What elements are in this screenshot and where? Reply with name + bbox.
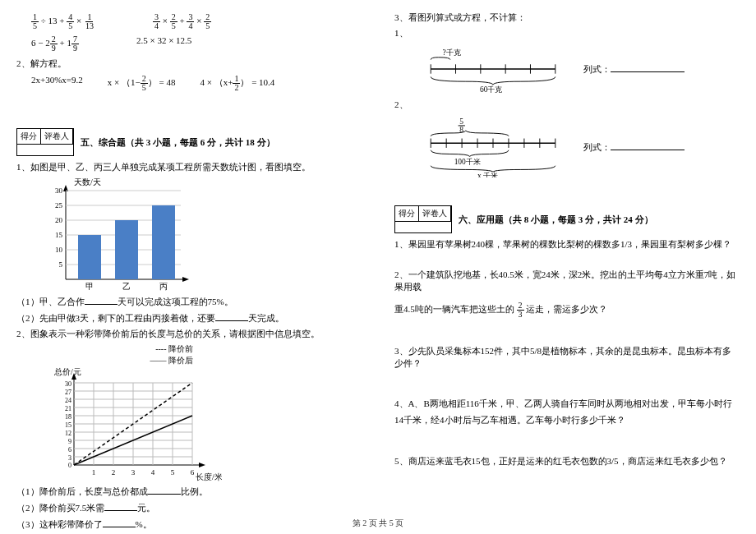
svg-text:1: 1 — [92, 468, 96, 476]
svg-rect-18 — [115, 220, 138, 279]
section-6-header: 得分 评卷人 六、应用题（共 8 小题，每题 3 分，共计 24 分） — [394, 205, 740, 233]
score-box: 得分 评卷人 — [16, 128, 74, 156]
expr-1a: 15 ÷ 13 + 45 × 113 — [31, 13, 95, 30]
svg-text:9: 9 — [68, 438, 71, 445]
q5-1-2: （2）先由甲做3天，剩下的工程由丙接着做，还要天完成。 — [16, 311, 362, 325]
chart-legend: ---- 降价前—— 降价后 — [49, 343, 193, 366]
svg-marker-27 — [199, 463, 205, 467]
blank-input[interactable] — [104, 501, 137, 511]
sub2-label: 2、 — [394, 99, 740, 111]
svg-text:丙: 丙 — [159, 282, 168, 291]
eq3: 4 × （x+12） = 10.4 — [200, 75, 274, 92]
equations-row: 2x+30%x=9.2 x × （1−25） = 48 4 × （x+12） =… — [31, 75, 362, 92]
svg-text:12: 12 — [65, 430, 71, 437]
blank-input[interactable] — [215, 311, 248, 321]
svg-text:15: 15 — [65, 421, 71, 429]
svg-text:60千克: 60千克 — [480, 85, 502, 94]
right-column: 3、看图列算式或方程，不计算： 1、 ?千克 60千克 列式： 2、 58 — [378, 0, 756, 534]
blank-input[interactable] — [148, 485, 181, 495]
svg-text:2: 2 — [112, 468, 116, 476]
arith-row-1: 15 ÷ 13 + 45 × 113 34 × 25 + 34 × 25 — [31, 13, 362, 30]
line-chart: ---- 降价前—— 降价后 总价/元 30 27 24 21 18 15 12… — [49, 343, 362, 481]
svg-text:6: 6 — [191, 468, 195, 476]
sub1-label: 1、 — [394, 27, 740, 39]
q5-2-2: （2）降价前买7.5米需元。 — [16, 501, 362, 514]
svg-text:甲: 甲 — [85, 282, 94, 291]
section-6-title: 六、应用题（共 8 小题，每题 3 分，共计 24 分） — [459, 214, 653, 226]
q5-1-1: （1）甲、乙合作天可以完成这项工程的75%。 — [16, 295, 362, 308]
blank-input[interactable] — [611, 140, 685, 150]
svg-text:30: 30 — [65, 380, 71, 388]
svg-text:长度/米: 长度/米 — [196, 472, 222, 481]
section-5-header: 得分 评卷人 五、综合题（共 3 小题，每题 6 分，共计 18 分） — [16, 128, 362, 156]
svg-text:10: 10 — [55, 246, 63, 254]
svg-text:乙: 乙 — [122, 282, 131, 291]
score-box: 得分 评卷人 — [394, 205, 452, 233]
q6-2b: 重4.5吨的一辆汽车把这些土的 23 运走，需运多少次？ — [394, 302, 740, 319]
diagram-1: ?千克 60千克 列式： — [419, 44, 740, 94]
svg-text:5: 5 — [171, 468, 175, 476]
svg-text:100千米: 100千米 — [454, 158, 481, 166]
expr-2b: 2.5 × 32 × 12.5 — [136, 35, 191, 53]
q5-2-text: 2、图象表示一种彩带降价前后的长度与总价的关系，请根据图中信息填空。 — [16, 328, 362, 340]
svg-text:x 千米: x 千米 — [477, 172, 498, 177]
q6-1: 1、果园里有苹果树240棵，苹果树的棵数比梨树的棵数多1/3，果园里有梨树多少棵… — [394, 238, 740, 251]
q6-4: 4、A、B两地相距116千米，甲、乙两人骑自行车同时从两地相对出发，甲车每小时行… — [394, 396, 740, 429]
svg-text:27: 27 — [65, 389, 71, 396]
diagram-2: 58 100千米 x 千米 列式： — [419, 116, 740, 177]
q5-2-1: （1）降价前后，长度与总价都成比例。 — [16, 485, 362, 498]
svg-text:18: 18 — [65, 413, 71, 421]
svg-text:15: 15 — [55, 231, 63, 239]
blank-input[interactable] — [611, 62, 685, 72]
arith-row-2: 6 − 229 + 179 2.5 × 32 × 12.5 — [31, 35, 362, 53]
eq2: x × （1−25） = 48 — [108, 75, 176, 92]
page-footer: 第 2 页 共 5 页 — [0, 518, 756, 529]
q6-3: 3、少先队员采集标本152件，其中5/8是植物标本，其余的是昆虫标本。昆虫标本有… — [394, 345, 740, 370]
q5-1-text: 1、如图是甲、乙、丙三人单独完成某项工程所需天数统计图，看图填空。 — [16, 161, 362, 173]
svg-text:5: 5 — [59, 260, 63, 269]
blank-input[interactable] — [85, 295, 118, 305]
lieshi-label-2: 列式： — [583, 140, 685, 154]
expr-1b: 34 × 25 + 34 × 25 — [153, 13, 211, 30]
svg-text:30: 30 — [55, 186, 63, 195]
left-column: 15 ÷ 13 + 45 × 113 34 × 25 + 34 × 25 6 −… — [0, 0, 378, 534]
svg-text:3: 3 — [68, 454, 71, 462]
svg-text:3: 3 — [131, 468, 136, 476]
q6-5: 5、商店运来蓝毛衣15包，正好是运来的红毛衣包数的3/5，商店运来红毛衣多少包？ — [394, 455, 740, 467]
svg-text:天数/天: 天数/天 — [74, 177, 101, 186]
svg-rect-19 — [152, 205, 175, 279]
svg-text:总价/元: 总价/元 — [53, 367, 81, 376]
svg-text:25: 25 — [55, 201, 63, 209]
lieshi-label: 列式： — [583, 62, 685, 76]
svg-marker-4 — [182, 277, 189, 282]
q2-title: 2、解方程。 — [16, 58, 362, 70]
svg-text:?千克: ?千克 — [442, 48, 460, 57]
svg-text:20: 20 — [55, 216, 63, 224]
bar-chart: 天数/天 5 10 15 20 25 30 甲 乙 丙 — [41, 177, 362, 292]
svg-text:21: 21 — [65, 405, 71, 412]
section-5-title: 五、综合题（共 3 小题，每题 6 分，共计 18 分） — [81, 136, 275, 149]
eq1: 2x+30%x=9.2 — [31, 75, 83, 92]
svg-rect-17 — [78, 235, 101, 279]
q3-title: 3、看图列算式或方程，不计算： — [394, 12, 740, 24]
svg-text:24: 24 — [65, 397, 71, 404]
svg-text:4: 4 — [151, 468, 155, 476]
q6-2a: 2、一个建筑队挖地基，长40.5米，宽24米，深2米。挖出的土平均每4立方米重7… — [394, 269, 740, 293]
svg-text:6: 6 — [68, 446, 71, 453]
svg-text:0: 0 — [68, 462, 71, 469]
expr-2a: 6 − 229 + 179 — [31, 35, 79, 53]
